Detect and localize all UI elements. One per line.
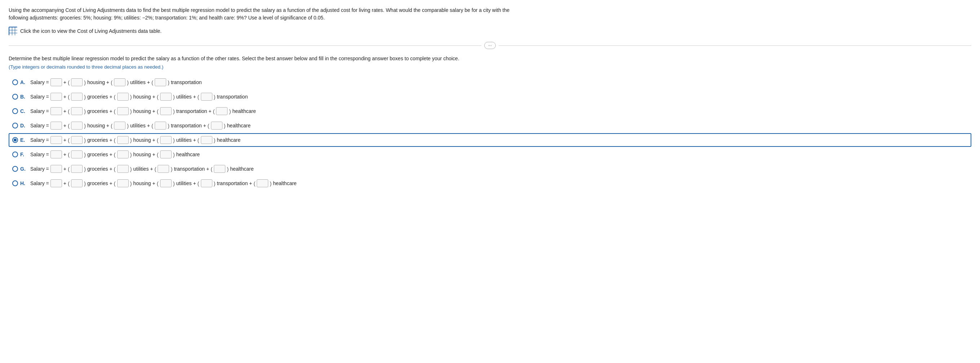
radio-g[interactable] [12,166,18,172]
input-f-3[interactable] [160,150,172,158]
input-h-0[interactable] [51,179,62,187]
radio-a[interactable] [12,79,18,85]
option-row-a[interactable]: A. Salary = + () housing + () utilities … [9,75,971,89]
input-c-2[interactable] [117,107,129,115]
table-link-text: Click the icon to view the Cost of Livin… [20,28,162,34]
equation-d: Salary = + () housing + () utilities + (… [30,122,251,130]
data-table-link-row[interactable]: Click the icon to view the Cost of Livin… [9,27,971,35]
input-a-2[interactable] [114,78,126,86]
input-b-1[interactable] [71,93,83,101]
input-f-1[interactable] [71,150,83,158]
equation-b: Salary = + () groceries + () housing + (… [30,93,248,101]
input-e-2[interactable] [117,136,129,144]
input-h-1[interactable] [71,179,83,187]
input-h-4[interactable] [201,179,212,187]
input-f-0[interactable] [51,150,62,158]
equation-g: Salary = + () groceries + () utilities +… [30,165,254,173]
input-e-3[interactable] [160,136,172,144]
option-row-g[interactable]: G. Salary = + () groceries + () utilitie… [9,162,971,176]
input-b-4[interactable] [201,93,212,101]
input-b-2[interactable] [117,93,129,101]
input-e-0[interactable] [51,136,62,144]
section-title: Determine the best multiple linear regre… [9,56,514,61]
input-f-2[interactable] [117,150,129,158]
input-a-0[interactable] [51,78,62,86]
option-label-h: H. [20,181,28,186]
option-label-e: E. [20,137,28,143]
option-label-b: B. [20,94,28,99]
input-e-4[interactable] [201,136,212,144]
equation-h: Salary = + () groceries + () housing + (… [30,179,297,187]
radio-b[interactable] [12,94,18,99]
equation-a: Salary = + () housing + () utilities + (… [30,78,202,86]
option-row-b[interactable]: B. Salary = + () groceries + () housing … [9,90,971,104]
option-row-f[interactable]: F. Salary = + () groceries + () housing … [9,147,971,161]
input-d-3[interactable] [155,122,166,130]
input-d-4[interactable] [211,122,223,130]
type-note: (Type integers or decimals rounded to th… [9,64,971,70]
divider-dots: ··· [484,42,496,49]
equation-c: Salary = + () groceries + () housing + (… [30,107,256,115]
input-c-1[interactable] [71,107,83,115]
input-d-0[interactable] [51,122,62,130]
options-list: A. Salary = + () housing + () utilities … [9,75,971,190]
option-row-h[interactable]: H. Salary = + () groceries + () housing … [9,176,971,190]
input-c-4[interactable] [216,107,228,115]
radio-e[interactable] [12,137,18,143]
radio-h[interactable] [12,181,18,186]
input-h-2[interactable] [117,179,129,187]
divider: ··· [9,42,971,49]
option-row-d[interactable]: D. Salary = + () housing + () utilities … [9,119,971,133]
input-g-0[interactable] [51,165,62,173]
input-h-5[interactable] [257,179,268,187]
radio-d[interactable] [12,123,18,128]
option-row-e[interactable]: E. Salary = + () groceries + () housing … [9,133,971,147]
option-row-c[interactable]: C. Salary = + () groceries + () housing … [9,104,971,118]
input-g-1[interactable] [71,165,83,173]
table-icon[interactable] [9,27,17,35]
input-d-2[interactable] [114,122,126,130]
option-label-a: A. [20,79,28,85]
radio-c[interactable] [12,108,18,114]
intro-paragraph: Using the accompanying Cost of Living Ad… [9,6,514,22]
input-g-2[interactable] [117,165,129,173]
option-label-d: D. [20,123,28,128]
input-c-0[interactable] [51,107,62,115]
input-g-3[interactable] [158,165,169,173]
input-b-3[interactable] [160,93,172,101]
option-label-f: F. [20,152,28,157]
input-h-3[interactable] [160,179,172,187]
input-e-1[interactable] [71,136,83,144]
option-label-g: G. [20,166,28,172]
equation-e: Salary = + () groceries + () housing + (… [30,136,240,144]
input-b-0[interactable] [51,93,62,101]
input-a-1[interactable] [71,78,83,86]
equation-f: Salary = + () groceries + () housing + (… [30,150,200,158]
input-d-1[interactable] [71,122,83,130]
input-a-3[interactable] [155,78,166,86]
input-c-3[interactable] [160,107,172,115]
radio-f[interactable] [12,152,18,157]
option-label-c: C. [20,108,28,114]
input-g-4[interactable] [214,165,225,173]
